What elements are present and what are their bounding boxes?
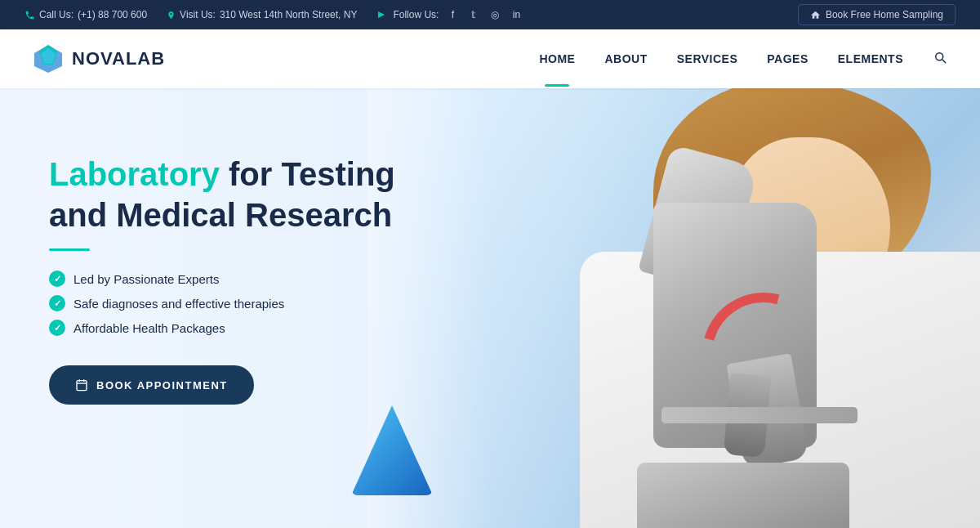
feature-label-2: Safe diagnoses and effective therapies (74, 297, 284, 311)
feature-item-2: Safe diagnoses and effective therapies (49, 295, 425, 311)
hero-content: Laboratory for Testing and Medical Resea… (0, 88, 474, 470)
book-sampling-label: Book Free Home Sampling (826, 9, 943, 20)
follow-us: Follow Us: f 𝕥 ◎ in (376, 7, 523, 22)
hero-title-highlight: Laboratory (49, 156, 220, 192)
nav-about[interactable]: ABOUT (604, 52, 647, 65)
search-icon (933, 50, 947, 65)
cursor-icon (376, 10, 386, 20)
nav-services[interactable]: SERVICES (677, 52, 738, 65)
visit-label: Visit Us: (180, 9, 216, 20)
hero-features: Led by Passionate Experts Safe diagnoses… (49, 271, 425, 336)
calendar-icon (75, 378, 88, 392)
instagram-link[interactable]: ◎ (488, 7, 502, 22)
visit-info: Visit Us: 310 West 14th North Street, NY (167, 9, 357, 20)
nav-links: HOME ABOUT SERVICES PAGES ELEMENTS (539, 50, 947, 68)
phone-icon (24, 10, 35, 20)
twitter-link[interactable]: 𝕥 (466, 7, 481, 22)
call-number: (+1) 88 700 600 (78, 9, 147, 20)
feature-item-3: Affordable Health Packages (49, 320, 425, 336)
search-button[interactable] (933, 50, 947, 68)
feature-item-1: Led by Passionate Experts (49, 271, 425, 287)
top-bar-left: Call Us: (+1) 88 700 600 Visit Us: 310 W… (24, 7, 523, 22)
logo[interactable]: NOVALAB (33, 43, 165, 74)
hero-section: Laboratory for Testing and Medical Resea… (0, 88, 980, 528)
home-icon (810, 10, 821, 20)
nav-home[interactable]: HOME (539, 52, 575, 65)
check-icon-2 (49, 295, 65, 311)
call-label: Call Us: (39, 9, 74, 20)
book-appointment-label: BOOK APPOINTMENT (96, 379, 228, 392)
svg-rect-3 (77, 381, 87, 391)
book-appointment-button[interactable]: BOOK APPOINTMENT (49, 365, 254, 405)
hero-title: Laboratory for Testing and Medical Resea… (49, 154, 425, 235)
top-bar-right: Book Free Home Sampling (798, 4, 956, 25)
hero-divider (49, 248, 90, 251)
facebook-link[interactable]: f (445, 7, 460, 22)
top-bar: Call Us: (+1) 88 700 600 Visit Us: 310 W… (0, 0, 980, 29)
location-icon (167, 10, 176, 20)
follow-label: Follow Us: (393, 9, 439, 20)
nav-elements[interactable]: ELEMENTS (838, 52, 903, 65)
check-icon-1 (49, 271, 65, 287)
navbar: NOVALAB HOME ABOUT SERVICES PAGES ELEMEN… (0, 29, 980, 88)
check-icon-3 (49, 320, 65, 336)
social-links: f 𝕥 ◎ in (445, 7, 523, 22)
visit-address: 310 West 14th North Street, NY (220, 9, 358, 20)
logo-gem (33, 43, 64, 74)
linkedin-link[interactable]: in (509, 7, 523, 22)
nav-pages[interactable]: PAGES (767, 52, 808, 65)
logo-text: NOVALAB (72, 48, 165, 69)
microscope-base (637, 463, 849, 528)
call-info: Call Us: (+1) 88 700 600 (24, 9, 147, 20)
feature-label-1: Led by Passionate Experts (74, 272, 219, 286)
feature-label-3: Affordable Health Packages (74, 321, 225, 335)
book-sampling-button[interactable]: Book Free Home Sampling (798, 4, 956, 25)
